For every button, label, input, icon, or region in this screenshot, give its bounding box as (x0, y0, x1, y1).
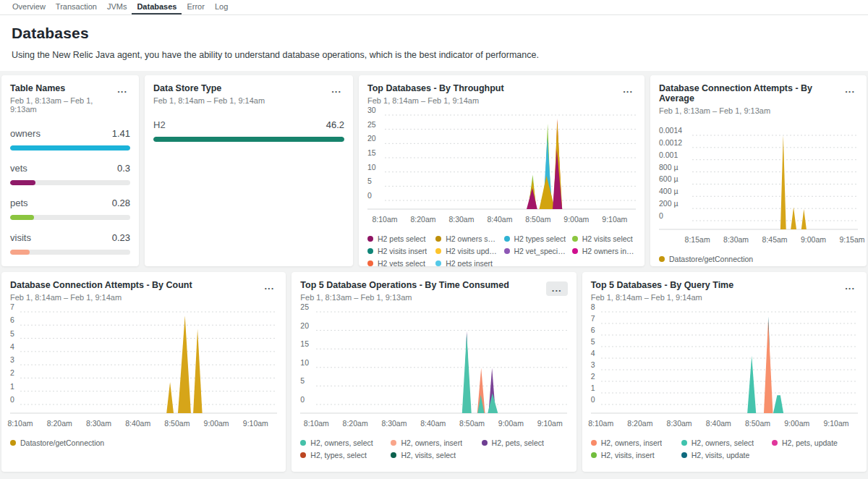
legend-item[interactable]: H2, pets, update (772, 438, 858, 447)
y-tick-label: 0 (591, 395, 595, 404)
card-time-range: Feb 1, 8:14am – Feb 1, 9:14am (591, 293, 734, 302)
legend-item[interactable]: H2, visits, update (681, 451, 767, 459)
x-axis: 8:10am8:20am8:30am8:40am8:50am9:00am9:10… (591, 419, 858, 430)
x-tick-label: 9:00am (563, 215, 589, 224)
tab-error[interactable]: Error (182, 0, 209, 14)
legend-item[interactable]: H2 visits update (435, 247, 499, 255)
legend-item[interactable]: H2 owners select (435, 234, 499, 243)
tab-overview[interactable]: Overview (7, 0, 51, 14)
tab-transaction[interactable]: Transaction (51, 0, 102, 14)
card-title: Database Connection Attempts - By Averag… (659, 83, 842, 103)
legend-item[interactable]: H2, visits, insert (591, 451, 677, 459)
bar-list: H2 46.2 (153, 119, 344, 142)
bar-value: 0.23 (112, 232, 130, 243)
legend-item[interactable]: H2, owners, insert (391, 438, 477, 447)
y-tick-label: 0 (367, 191, 372, 200)
card-menu-button[interactable]: ... (328, 85, 344, 95)
y-tick-label: 5 (591, 337, 595, 346)
legend-item[interactable]: H2 pets select (367, 234, 431, 243)
query-time-area-chart: 0123456788:10am8:20am8:30am8:40am8:50am9… (591, 312, 858, 459)
chart-canvas (367, 115, 636, 211)
card-menu-button[interactable]: ... (620, 85, 636, 95)
legend-item[interactable]: H2 vet_specialti… (504, 247, 568, 255)
legend-item[interactable]: H2, owners, select (681, 438, 767, 447)
legend-label: H2 pets select (378, 234, 426, 243)
legend-label: H2, pets, update (782, 438, 838, 447)
card-top5-databases-query-time: Top 5 Databases - By Query Time Feb 1, 8… (582, 272, 867, 472)
y-tick-label: 3 (10, 355, 14, 364)
legend-item[interactable]: H2, types, select (300, 451, 386, 459)
card-menu-button[interactable]: ... (261, 281, 277, 292)
x-tick-label: 9:10am (823, 419, 848, 428)
x-tick-label: 8:40am (420, 419, 446, 428)
tab-log[interactable]: Log (210, 0, 233, 14)
legend-item[interactable]: H2 vets select (367, 259, 431, 266)
card-time-range: Feb 1, 8:14am – Feb 1, 9:14am (10, 293, 192, 302)
x-tick-label: 8:50am (745, 419, 770, 428)
y-tick-label: 0 (10, 395, 14, 404)
legend-item[interactable]: H2 visits insert (367, 247, 431, 255)
legend-item[interactable]: H2 types select (504, 234, 568, 243)
chart-legend: H2, owners, insertH2, owners, selectH2, … (591, 438, 858, 459)
y-tick-label: 800 µ (659, 163, 678, 171)
x-axis: 8:10am8:20am8:30am8:40am8:50am9:00am9:10… (300, 419, 567, 430)
legend-dot (572, 236, 578, 242)
y-tick-label: 0 (659, 211, 663, 220)
bar-fill (10, 145, 130, 151)
chart-canvas (10, 312, 277, 415)
tab-jvms[interactable]: JVMs (102, 0, 132, 14)
legend-item[interactable]: H2 pets insert (435, 259, 499, 266)
legend-dot (435, 260, 441, 266)
legend-dot (391, 440, 396, 446)
tab-databases[interactable]: Databases (132, 0, 182, 14)
y-tick-label: 20 (300, 321, 309, 330)
legend-label: H2, visits, select (401, 451, 456, 459)
legend-dot (504, 248, 510, 254)
x-tick-label: 8:20am (410, 215, 435, 224)
legend-item[interactable]: Datastore/getConnection (659, 255, 858, 263)
legend-label: H2 visits insert (378, 247, 427, 255)
x-tick-label: 9:10am (602, 215, 627, 224)
chart-legend: Datastore/getConnection (659, 255, 858, 263)
card-title: Data Store Type (153, 83, 265, 93)
connection-average-area-chart: 0200 µ400 µ600 µ800 µ0.0010.00120.00148:… (659, 135, 858, 263)
legend-item[interactable]: H2, owners, insert (591, 438, 677, 447)
bar-label: vets (10, 163, 27, 174)
card-menu-button[interactable]: ... (114, 85, 130, 95)
bar-track (10, 180, 130, 185)
card-menu-button[interactable]: ... (842, 281, 858, 292)
x-tick-label: 8:45am (762, 235, 788, 244)
legend-item[interactable]: Datastore/getConnection (10, 438, 277, 447)
bar-row: H2 46.2 (153, 119, 344, 142)
bar-track (153, 137, 344, 142)
legend-item[interactable]: H2 owners insert (572, 247, 636, 255)
y-tick-label: 20 (367, 134, 376, 143)
bar-value: 0.3 (117, 163, 130, 174)
card-top5-operations-time-consumed: Top 5 Database Operations - By Time Cons… (292, 272, 576, 472)
x-axis: 8:15am8:30am8:45am9:00am9:15am (659, 235, 858, 246)
legend-dot (591, 440, 597, 446)
card-menu-button[interactable]: ... (842, 85, 858, 95)
card-title: Table Names (10, 83, 114, 93)
legend-item[interactable]: H2, owners, select (300, 438, 386, 447)
card-top-databases-throughput: Top Databases - By Throughput Feb 1, 8:1… (359, 75, 644, 266)
y-tick-label: 0.001 (659, 151, 678, 159)
y-tick-label: 5 (367, 177, 372, 185)
legend-dot (367, 236, 373, 242)
bar-label: owners (10, 128, 41, 139)
legend-label: H2 types select (514, 234, 566, 243)
legend-item[interactable]: H2 visits select (572, 234, 636, 243)
bar-label: visits (10, 232, 31, 243)
legend-item[interactable]: H2, visits, select (391, 451, 477, 459)
x-tick-label: 8:10am (7, 419, 33, 428)
bar-fill (153, 137, 344, 142)
legend-label: H2, visits, insert (601, 451, 655, 459)
legend-item[interactable]: H2, pets, select (482, 438, 568, 447)
card-menu-button[interactable]: ... (546, 281, 568, 296)
chart-canvas (300, 312, 567, 415)
y-tick-label: 5 (10, 329, 14, 338)
legend-label: H2 pets insert (446, 259, 493, 266)
legend-dot (591, 452, 597, 458)
legend-dot (367, 260, 373, 266)
y-tick-label: 5 (300, 376, 305, 385)
